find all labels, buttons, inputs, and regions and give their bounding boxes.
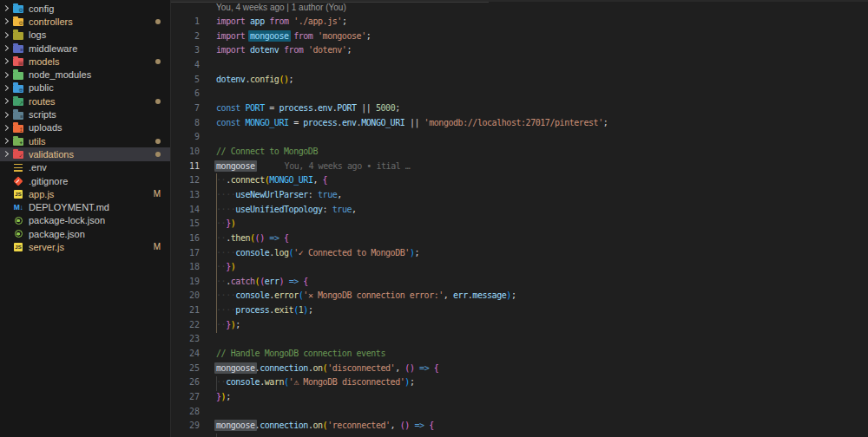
line-number[interactable]: 23 [171,332,200,347]
line-number[interactable]: 8 [171,116,200,131]
sidebar-item-server-js[interactable]: JSserver.jsM [0,240,170,253]
chevron-right-icon[interactable] [3,139,10,143]
chevron-right-icon[interactable] [3,19,10,23]
code-text[interactable]: ····console.error('✕ MongoDB connection … [216,289,868,303]
folder-icon [12,148,24,160]
line-number[interactable]: 21 [171,303,200,318]
code-text[interactable]: ··.catch((err) => { [216,275,868,290]
sidebar-item-validations[interactable]: validations [0,147,170,160]
git-file-icon [12,175,24,186]
code-text[interactable]: ··}) [216,217,868,232]
line-number[interactable]: 16 [171,232,200,246]
line-number[interactable]: 25 [171,362,200,376]
codelens-blame[interactable]: You, 4 weeks ago | 1 author (You) [216,3,346,12]
code-text[interactable]: ··}); [216,318,868,333]
line-number[interactable]: 26 [171,375,200,390]
git-modified-dot-icon [155,59,161,64]
sidebar-item-node-modules[interactable]: node_modules [0,68,170,81]
line-number[interactable]: 4 [171,58,200,73]
line-number[interactable]: 18 [171,260,200,275]
chevron-right-icon[interactable] [3,59,10,63]
item-label: public [29,82,170,93]
line-number[interactable]: 17 [171,246,200,261]
line-number[interactable]: 24 [171,347,200,362]
sidebar-item-app-js[interactable]: JSapp.jsM [0,187,170,200]
code-text[interactable]: }); [216,390,868,405]
sidebar-item-controllers[interactable]: controllers [0,15,170,28]
code-text[interactable]: mongoose.connection.on('disconnected', (… [216,362,868,376]
word-highlight: mongoose [214,362,257,374]
folder-icon [12,82,24,94]
sidebar-item-logs[interactable]: logs [0,29,170,42]
line-number[interactable]: 20 [171,289,200,303]
sidebar-item-models[interactable]: models [0,55,170,68]
code-text[interactable]: ··.then(() => { [216,232,868,246]
code-line: 17····console.log('✓ Connected to MongoD… [171,246,868,261]
sidebar-item-uploads[interactable]: uploads [0,121,170,134]
sidebar-item-env[interactable]: .env [0,161,170,174]
chevron-right-icon[interactable] [3,126,10,130]
code-line: 11mongooseYou, 4 weeks ago • itial … [171,160,868,174]
line-number[interactable]: 11 [171,160,200,174]
line-number[interactable]: 2 [171,29,200,44]
line-number[interactable]: 29 [171,419,200,434]
sidebar-item-middleware[interactable]: middleware [0,42,170,55]
line-number[interactable]: 28 [171,405,200,420]
code-text[interactable]: import mongoose from 'mongoose'; [216,29,868,44]
code-text[interactable] [216,58,868,73]
code-text[interactable] [216,405,868,420]
code-text[interactable]: ····console.log('✓ Connected to MongoDB'… [216,246,868,261]
code-text[interactable]: ····useUnifiedTopology: true, [216,203,868,218]
chevron-right-icon[interactable] [3,86,10,90]
code-text[interactable] [216,130,868,145]
sidebar-item-package-json[interactable]: package.json [0,227,170,240]
line-number[interactable]: 19 [171,275,200,290]
code-text[interactable]: ··.connect(MONGO_URI, { [216,173,868,188]
line-number[interactable]: 27 [171,390,200,405]
line-number[interactable]: 9 [171,130,200,145]
word-highlight: mongoose [214,160,257,172]
sidebar-item-package-lock-json[interactable]: package-lock.json [0,214,170,227]
line-number[interactable]: 22 [171,318,200,333]
code-text[interactable]: ··console.warn('⚠ MongoDB disconnected')… [216,375,868,390]
line-number[interactable]: 12 [171,173,200,188]
code-text[interactable]: import dotenv from 'dotenv'; [216,43,868,58]
line-number[interactable]: 6 [171,87,200,101]
line-number[interactable]: 10 [171,145,200,160]
code-text[interactable] [216,87,868,101]
sidebar-item-public[interactable]: public [0,82,170,95]
line-number[interactable]: 15 [171,217,200,232]
line-number[interactable]: 3 [171,43,200,58]
sidebar-item-deployment-md[interactable]: M↓DEPLOYMENT.md [0,200,170,213]
chevron-right-icon[interactable] [3,46,10,50]
code-text[interactable]: const PORT = process.env.PORT || 5000; [216,101,868,116]
code-text[interactable]: mongooseYou, 4 weeks ago • itial … [216,160,868,174]
chevron-right-icon[interactable] [3,73,10,77]
code-text[interactable] [216,332,868,347]
sidebar-item-config[interactable]: config [0,2,170,15]
chevron-right-icon[interactable] [3,152,10,156]
code-text[interactable]: // Handle MongoDB connection events [216,347,868,362]
line-number[interactable]: 13 [171,188,200,203]
code-text[interactable]: ··}) [216,260,868,275]
sidebar-item-utils[interactable]: utils [0,134,170,147]
chevron-right-icon[interactable] [3,6,10,10]
code-text[interactable]: const MONGO_URI = process.env.MONGO_URI … [216,116,868,131]
code-text[interactable]: ····process.exit(1); [216,303,868,318]
code-text[interactable]: dotenv.config(); [216,73,868,88]
chevron-right-icon[interactable] [3,33,10,37]
line-number[interactable]: 7 [171,101,200,116]
chevron-right-icon[interactable] [3,113,10,117]
code-text[interactable]: ····useNewUrlParser: true, [216,188,868,203]
code-text[interactable]: import app from './app.js'; [216,15,868,29]
sidebar-item-scripts[interactable]: scripts [0,108,170,121]
code-text[interactable]: mongoose.connection.on('reconnected', ()… [216,419,868,434]
code-text[interactable]: // Connect to MongoDB [216,145,868,160]
line-number[interactable]: 14 [171,203,200,218]
item-label: config [29,3,170,14]
chevron-right-icon[interactable] [3,99,10,103]
sidebar-item-routes[interactable]: routes [0,95,170,108]
line-number[interactable]: 1 [171,15,200,29]
line-number[interactable]: 5 [171,73,200,88]
sidebar-item-gitignore[interactable]: .gitignore [0,174,170,187]
